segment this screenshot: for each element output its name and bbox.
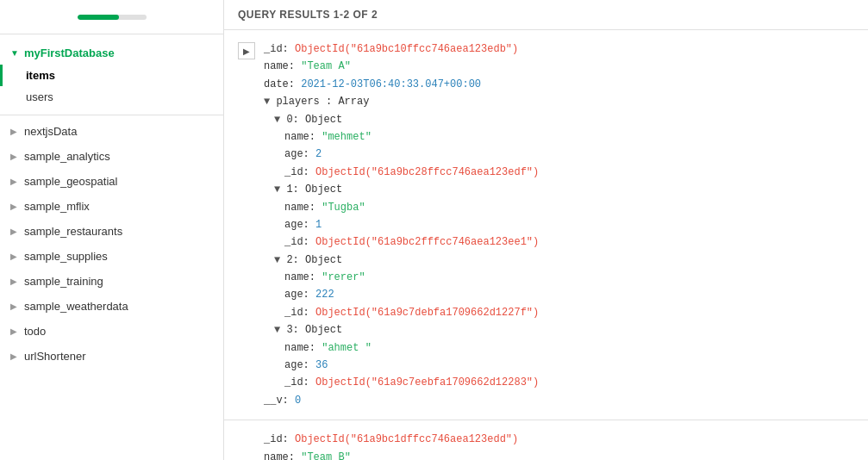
doc-player-0-header: ▼ 0: Object	[264, 111, 854, 128]
database-section: ▼ myFirstDatabase items users	[0, 34, 223, 115]
sidebar-item-label: items	[26, 69, 55, 82]
doc-row-1: ▶ _id: ObjectId("61a9bc10ffcc746aea123ed…	[238, 40, 854, 409]
nav-section: ▶ nextjsData ▶ sample_analytics ▶ sample…	[0, 115, 223, 372]
doc-player-3-age: age: 36	[264, 357, 854, 374]
document-card-2: _id: ObjectId("61a9bc1dffcc746aea123edd"…	[224, 420, 868, 460]
nav-item-label: sample_analytics	[24, 150, 110, 163]
doc-player-0-name: name: "mehmet"	[264, 128, 854, 146]
nav-item-label: sample_weatherdata	[24, 300, 128, 313]
sidebar-item-sample-geospatial[interactable]: ▶ sample_geospatial	[0, 169, 223, 194]
doc-content-1: _id: ObjectId("61a9bc10ffcc746aea123edb"…	[264, 40, 854, 409]
doc-player-1-name: name: "Tugba"	[264, 199, 854, 216]
doc-player-0-id: _id: ObjectId("61a9bc28ffcc746aea123edf"…	[264, 164, 854, 181]
nav-item-label: sample_training	[24, 275, 103, 288]
nav-item-label: nextjsData	[24, 125, 77, 138]
sidebar-item-sample-analytics[interactable]: ▶ sample_analytics	[0, 144, 223, 169]
sidebar-item-todo[interactable]: ▶ todo	[0, 319, 223, 344]
nav-item-label: sample_supplies	[24, 250, 108, 263]
progress-bar-fill	[78, 15, 119, 20]
doc-player-3-name: name: "ahmet "	[264, 339, 854, 357]
doc-name-line: name: "Team A"	[264, 58, 854, 75]
chevron-right-icon: ▶	[10, 301, 17, 311]
doc-date-line: date: 2021-12-03T06:40:33.047+00:00	[264, 76, 854, 93]
nav-item-label: sample_geospatial	[24, 175, 117, 188]
chevron-right-icon: ▶	[10, 177, 17, 186]
query-results-range: 1-2 OF 2	[334, 9, 378, 21]
chevron-right-icon: ▶	[10, 252, 17, 261]
main-content: QUERY RESULTS 1-2 OF 2 ▶ _id: ObjectId("…	[224, 0, 868, 460]
chevron-right-icon: ▶	[10, 326, 17, 336]
query-results-header: QUERY RESULTS 1-2 OF 2	[224, 0, 868, 30]
database-header[interactable]: ▼ myFirstDatabase	[0, 41, 223, 65]
doc-v-line: __v: 0	[264, 392, 854, 409]
chevron-right-icon: ▶	[10, 277, 17, 286]
document-card-1: ▶ _id: ObjectId("61a9bc10ffcc746aea123ed…	[224, 30, 868, 420]
nav-item-label: urlShortener	[24, 350, 86, 363]
doc-player-2-age: age: 222	[264, 286, 854, 303]
doc-player-3-header: ▼ 3: Object	[264, 321, 854, 339]
doc-id-line: _id: ObjectId("61a9bc10ffcc746aea123edb"…	[264, 40, 854, 58]
sidebar-item-sample-supplies[interactable]: ▶ sample_supplies	[0, 244, 223, 269]
database-name: myFirstDatabase	[24, 47, 115, 59]
chevron-right-icon: ▶	[10, 127, 17, 136]
sidebar-item-label: users	[26, 90, 53, 103]
doc-player-1-id: _id: ObjectId("61a9bc2fffcc746aea123ee1"…	[264, 233, 854, 251]
chevron-right-icon: ▶	[10, 351, 17, 361]
chevron-right-icon: ▶	[10, 152, 17, 161]
sidebar-item-urlshortener[interactable]: ▶ urlShortener	[0, 344, 223, 369]
sidebar-item-users[interactable]: users	[0, 86, 223, 108]
sidebar: ▼ myFirstDatabase items users ▶ nextjsDa…	[0, 0, 224, 460]
sidebar-item-items[interactable]: items	[0, 65, 223, 86]
nav-item-label: todo	[24, 325, 46, 338]
expand-button-1[interactable]: ▶	[238, 42, 255, 59]
sidebar-item-sample-restaurants[interactable]: ▶ sample_restaurants	[0, 219, 223, 244]
doc-players-header: ▼ players : Array	[264, 93, 854, 110]
doc-player-1-header: ▼ 1: Object	[264, 181, 854, 198]
doc-player-2-id: _id: ObjectId("61a9c7debfa1709662d1227f"…	[264, 304, 854, 321]
doc-player-2-name: name: "rerer"	[264, 269, 854, 286]
doc2-name-line: name: "Team B"	[264, 449, 854, 460]
sidebar-item-sample-training[interactable]: ▶ sample_training	[0, 269, 223, 294]
doc-content-2: _id: ObjectId("61a9bc1dffcc746aea123edd"…	[264, 431, 854, 460]
sidebar-top-bar	[0, 0, 223, 34]
doc-row-2: _id: ObjectId("61a9bc1dffcc746aea123edd"…	[238, 431, 854, 460]
sidebar-item-sample-weatherdata[interactable]: ▶ sample_weatherdata	[0, 294, 223, 319]
nav-item-label: sample_restaurants	[24, 225, 122, 238]
chevron-right-icon: ▶	[10, 202, 17, 211]
doc-player-2-header: ▼ 2: Object	[264, 252, 854, 269]
chevron-down-icon: ▼	[10, 48, 19, 58]
nav-item-label: sample_mflix	[24, 200, 90, 213]
doc-player-3-id: _id: ObjectId("61a9c7eebfa1709662d12283"…	[264, 374, 854, 391]
query-results-label: QUERY RESULTS	[238, 9, 330, 21]
sidebar-item-sample-mflix[interactable]: ▶ sample_mflix	[0, 194, 223, 219]
doc2-id-line: _id: ObjectId("61a9bc1dffcc746aea123edd"…	[264, 431, 854, 448]
doc-player-0-age: age: 2	[264, 146, 854, 163]
doc-player-1-age: age: 1	[264, 216, 854, 233]
chevron-right-icon: ▶	[10, 227, 17, 236]
sidebar-item-nextjsdata[interactable]: ▶ nextjsData	[0, 119, 223, 144]
progress-bar	[78, 15, 147, 20]
